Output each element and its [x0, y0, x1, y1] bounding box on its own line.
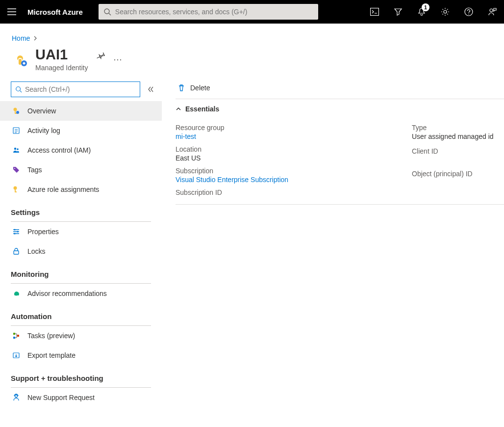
trash-icon [177, 84, 185, 92]
advisor-icon [11, 290, 22, 297]
search-icon [103, 8, 111, 16]
nav-properties[interactable]: Properties [0, 222, 162, 241]
ess-label-type: Type [412, 124, 504, 132]
nav-activity-log[interactable]: Activity log [0, 121, 162, 140]
global-search-input[interactable] [111, 8, 313, 16]
breadcrumb-home[interactable]: Home [12, 34, 30, 42]
ess-label-location: Location [176, 145, 411, 153]
notifications-button[interactable]: 1 [410, 0, 433, 24]
delete-button[interactable]: Delete [176, 81, 212, 95]
svg-point-4 [465, 8, 473, 16]
essentials-left-col: Resource group mi-test Location East US … [176, 119, 411, 197]
ess-value-resource-group[interactable]: mi-test [176, 133, 411, 140]
essentials-grid: Resource group mi-test Location East US … [176, 119, 504, 205]
svg-point-17 [17, 148, 19, 150]
nav-export-template[interactable]: Export template [0, 346, 162, 365]
nav-label: Azure role assignments [27, 186, 99, 193]
command-bar: Delete [176, 78, 504, 99]
pin-button[interactable] [97, 51, 105, 60]
svg-point-6 [490, 9, 493, 12]
notification-badge: 1 [422, 3, 429, 11]
svg-rect-27 [13, 337, 15, 339]
svg-rect-21 [15, 191, 17, 192]
properties-icon [11, 228, 22, 236]
chevron-up-icon [176, 106, 181, 112]
nav-tasks[interactable]: Tasks (preview) [0, 326, 162, 346]
nav-label: Overview [27, 107, 56, 115]
svg-point-23 [17, 231, 18, 232]
page-title: UAI1 [35, 47, 88, 63]
global-search[interactable] [99, 4, 318, 20]
person-feedback-icon [488, 7, 497, 16]
brand-label[interactable]: Microsoft Azure [27, 8, 83, 16]
activity-log-icon [11, 127, 22, 134]
nav-new-support-request[interactable]: New Support Request [0, 388, 162, 407]
svg-rect-28 [17, 335, 19, 337]
nav-advisor[interactable]: Advisor recommendations [0, 284, 162, 303]
delete-button-label: Delete [190, 84, 210, 92]
svg-rect-2 [371, 8, 379, 16]
ess-label-subscription: Subscription [176, 167, 411, 175]
nav-role-assignments[interactable]: Azure role assignments [0, 180, 162, 199]
nav-label: New Support Request [27, 394, 95, 401]
nav-label: Tags [27, 166, 42, 174]
svg-point-5 [468, 14, 469, 15]
svg-rect-26 [13, 333, 15, 335]
essentials-header-label: Essentials [185, 105, 219, 113]
svg-point-9 [16, 87, 21, 91]
nav-section-automation: Automation [0, 303, 162, 323]
svg-line-1 [109, 13, 111, 15]
people-icon [11, 146, 22, 154]
svg-point-22 [14, 229, 15, 230]
managed-identity-icon [12, 51, 28, 68]
cloud-shell-button[interactable] [363, 0, 386, 24]
chevron-right-icon [33, 36, 38, 41]
help-button[interactable] [457, 0, 480, 24]
svg-point-16 [14, 148, 16, 150]
nav-access-control[interactable]: Access control (IAM) [0, 140, 162, 160]
chevron-double-left-icon [147, 86, 154, 93]
svg-point-14 [16, 111, 19, 114]
ess-value-subscription[interactable]: Visual Studio Enterprise Subscription [176, 176, 411, 184]
nav-tags[interactable]: Tags [0, 160, 162, 180]
nav-section-settings: Settings [0, 199, 162, 219]
content-pane: Delete Essentials Resource group mi-test… [162, 78, 504, 407]
svg-rect-7 [19, 59, 22, 65]
pin-icon [97, 51, 105, 60]
svg-line-10 [20, 91, 22, 93]
breadcrumb: Home [0, 24, 504, 43]
sidebar-search-input[interactable] [25, 85, 136, 93]
ess-label-subscription-id: Subscription ID [176, 188, 411, 196]
essentials-toggle[interactable]: Essentials [176, 99, 504, 119]
nav-label: Locks [27, 247, 46, 255]
page-subtitle: Managed Identity [35, 64, 88, 72]
help-icon [464, 7, 473, 16]
directory-filter-button[interactable] [386, 0, 410, 24]
nav-label: Advisor recommendations [27, 290, 107, 297]
tasks-icon [11, 332, 22, 340]
topbar-actions: 1 [363, 0, 504, 24]
resource-nav-sidebar: Overview Activity log Access control (IA… [0, 78, 162, 407]
nav-label: Properties [27, 228, 59, 236]
more-actions-button[interactable]: ⋯ [113, 54, 123, 65]
support-icon [11, 394, 22, 401]
nav-section-support: Support + troubleshooting [0, 365, 162, 385]
sidebar-search[interactable] [11, 81, 140, 97]
ess-label-resource-group: Resource group [176, 124, 411, 132]
svg-point-18 [14, 168, 15, 169]
nav-locks[interactable]: Locks [0, 241, 162, 261]
feedback-button[interactable] [480, 0, 504, 24]
nav-overview[interactable]: Overview [0, 101, 162, 121]
nav-section-monitoring: Monitoring [0, 261, 162, 281]
resource-header: UAI1 Managed Identity ⋯ [0, 43, 504, 78]
lock-icon [11, 247, 22, 255]
nav-label: Export template [27, 351, 76, 359]
nav-label: Tasks (preview) [27, 332, 75, 340]
settings-button[interactable] [433, 0, 457, 24]
ess-label-client-id: Client ID [412, 147, 504, 155]
gear-icon [441, 7, 450, 16]
collapse-sidebar-button[interactable] [147, 86, 154, 93]
tag-icon [11, 166, 22, 174]
menu-toggle-button[interactable] [0, 0, 24, 24]
svg-point-0 [104, 9, 109, 14]
